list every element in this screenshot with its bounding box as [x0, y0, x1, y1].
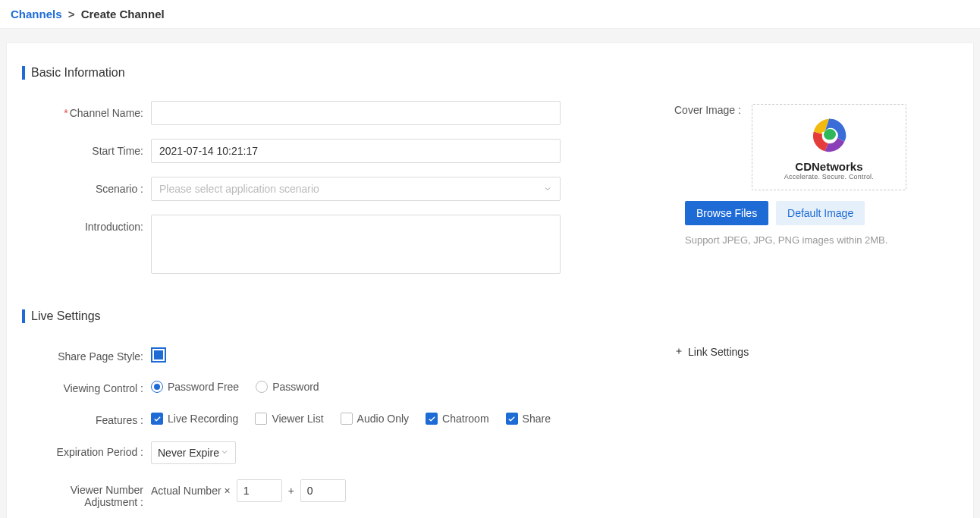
check-audio-only[interactable]: Audio Only [341, 413, 409, 425]
viewer-multiplier-input[interactable] [237, 479, 282, 502]
introduction-textarea[interactable] [151, 215, 561, 274]
section-live-title: Live Settings [22, 309, 958, 323]
check-share[interactable]: Share [506, 413, 551, 425]
section-basic-title: Basic Information [22, 66, 958, 80]
chevron-down-icon [220, 447, 229, 459]
share-style-swatch[interactable] [151, 347, 166, 363]
label-cover-image: Cover Image : [674, 104, 741, 116]
label-share-page-style: Share Page Style: [22, 344, 151, 363]
expiration-selected: Never Expire [158, 447, 219, 459]
label-expiration-period: Expiration Period : [22, 440, 151, 458]
check-live-recording[interactable]: Live Recording [151, 413, 238, 425]
plus-icon [674, 346, 683, 358]
breadcrumb: Channels > Create Channel [0, 0, 980, 29]
label-start-time: Start Time: [22, 139, 151, 157]
page-body: Basic Information *Channel Name: Start T… [6, 42, 974, 518]
check-audio-only-label: Audio Only [357, 413, 409, 425]
channel-name-input[interactable] [151, 101, 561, 125]
scenario-select[interactable]: Please select application scenario [151, 177, 561, 201]
radio-password[interactable]: Password [256, 381, 319, 393]
radio-password-label: Password [272, 381, 319, 393]
breadcrumb-current: Create Channel [81, 8, 165, 20]
label-channel-name: *Channel Name: [22, 101, 151, 119]
check-chatroom[interactable]: Chatroom [426, 413, 488, 425]
expiration-select[interactable]: Never Expire [151, 441, 236, 464]
label-viewing-control: Viewing Control : [22, 376, 151, 394]
radio-password-free-label: Password Free [168, 381, 239, 393]
check-live-recording-label: Live Recording [168, 413, 238, 425]
start-time-input[interactable] [151, 139, 561, 163]
default-image-button[interactable]: Default Image [776, 201, 865, 225]
browse-files-button[interactable]: Browse Files [685, 201, 768, 225]
breadcrumb-root-link[interactable]: Channels [11, 8, 62, 20]
label-scenario: Scenario : [22, 177, 151, 195]
check-chatroom-label: Chatroom [442, 413, 488, 425]
check-viewer-list-label: Viewer List [272, 413, 323, 425]
link-settings-label: Link Settings [688, 346, 749, 358]
label-viewer-adjustment: Viewer Number Adjustment : [22, 478, 151, 508]
label-introduction: Introduction: [22, 215, 151, 233]
chevron-down-icon [543, 184, 552, 193]
cdnetworks-logo-icon [808, 115, 850, 157]
breadcrumb-separator: > [68, 8, 75, 20]
cover-image-hint: Support JPEG, JPG, PNG images within 2MB… [685, 234, 958, 246]
link-settings-button[interactable]: Link Settings [674, 346, 749, 358]
cover-image-preview: CDNetworks Accelerate. Secure. Control. [752, 104, 906, 190]
cover-logo-subtext: Accelerate. Secure. Control. [784, 173, 874, 181]
label-features: Features : [22, 408, 151, 426]
viewer-adjust-prefix: Actual Number × [151, 485, 231, 497]
check-share-label: Share [523, 413, 551, 425]
radio-password-free[interactable]: Password Free [151, 381, 239, 393]
check-viewer-list[interactable]: Viewer List [255, 413, 323, 425]
viewer-addend-input[interactable] [300, 479, 346, 502]
cover-logo-text: CDNetworks [795, 160, 862, 173]
scenario-placeholder: Please select application scenario [159, 183, 319, 195]
viewer-adjust-plus: + [288, 485, 294, 497]
